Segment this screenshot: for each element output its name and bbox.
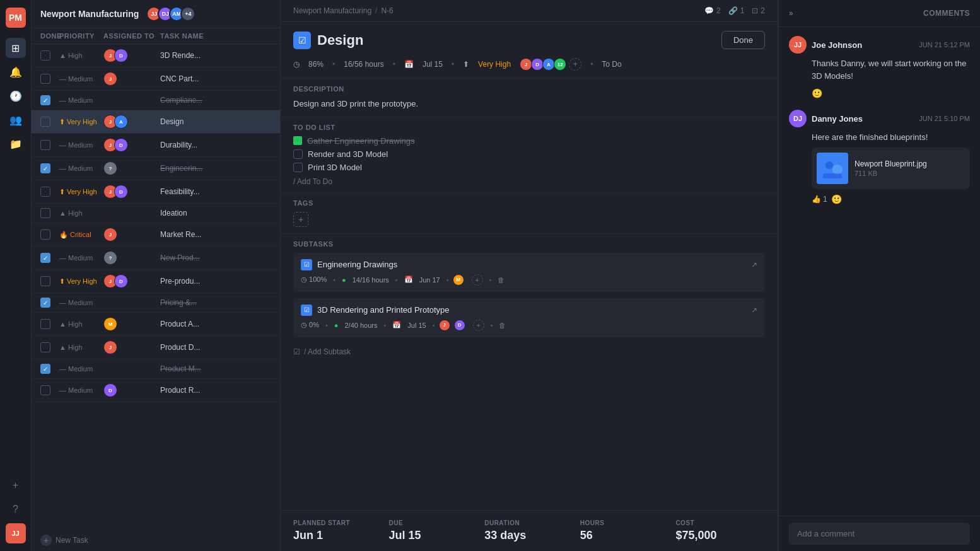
task-checkbox[interactable] (40, 319, 50, 329)
table-row[interactable]: ⬆Very High J D Pre-produ... (32, 270, 280, 293)
breadcrumb: Newport Manufacturing / N-6 (293, 6, 394, 15)
subtask-progress: ◷ 100% (301, 276, 327, 284)
task-name: Design (160, 117, 271, 126)
subtask-name: 3D Rendering and Printed Prototype (317, 305, 746, 315)
stat-due-value: Jul 15 (389, 529, 479, 542)
task-checkbox[interactable] (40, 342, 50, 352)
assignee-avatars: J D (103, 49, 160, 62)
add-reaction-button[interactable]: 🙂 (812, 88, 822, 98)
table-row[interactable]: —Medium Complianc... (32, 91, 280, 110)
calendar-icon-sub: 📅 (404, 276, 413, 284)
table-row[interactable]: —Medium J CNC Part... (32, 67, 280, 91)
left-sidebar: PM ⊞ 🔔 🕐 👥 📁 + ? JJ (0, 0, 32, 551)
table-row[interactable]: —Medium Pricing &... (32, 293, 280, 313)
task-checkbox[interactable] (40, 50, 50, 61)
comment-input[interactable] (789, 523, 970, 545)
avatar: A (114, 115, 128, 129)
table-row[interactable]: ▲High M Product A... (32, 313, 280, 336)
app-logo: PM (6, 8, 26, 28)
table-row[interactable]: ▲High Ideation (32, 204, 280, 223)
table-row[interactable]: ⬆Very High J D Feasibility... (32, 180, 280, 204)
todo-checkbox[interactable] (293, 163, 303, 172)
sidebar-add-project-icon[interactable]: + (6, 475, 26, 496)
add-tag-button[interactable]: + (293, 212, 308, 227)
table-row[interactable]: ▲High J Product D... (32, 336, 280, 359)
add-subtask-label: / Add Subtask (304, 347, 351, 356)
table-row[interactable]: —Medium ? New Prod... (32, 246, 280, 270)
task-checkbox[interactable] (40, 276, 50, 286)
table-row[interactable]: —Medium J D Durability... (32, 134, 280, 157)
calendar-icon-sub2: 📅 (392, 321, 401, 329)
footer-stats: PLANNED START Jun 1 DUE Jul 15 DURATION … (281, 510, 778, 551)
task-checkbox[interactable] (40, 253, 50, 263)
task-checkbox[interactable] (40, 163, 50, 173)
delete-subtask-icon[interactable]: 🗑 (498, 276, 505, 284)
task-list: ▲High J D 3D Rende... —Medium J CNC Part… (32, 44, 280, 530)
task-name: Pre-produ... (160, 277, 271, 286)
col-taskname: TASK NAME (160, 32, 271, 40)
sidebar-projects-icon[interactable]: 📁 (6, 134, 26, 154)
todo-checkbox[interactable] (293, 149, 303, 159)
task-checkbox[interactable] (40, 187, 50, 197)
todo-text: Render and 3D Model (308, 149, 388, 159)
sidebar-recent-icon[interactable]: 🕐 (6, 86, 26, 106)
comment-list: JJ Joe Johnson JUN 21 5:12 PM Thanks Dan… (779, 27, 980, 516)
sidebar-help-icon[interactable]: ? (6, 499, 26, 519)
task-checkbox[interactable] (40, 95, 50, 105)
task-checkbox[interactable] (40, 74, 50, 84)
add-assignee-button[interactable]: + (569, 58, 581, 71)
stat-planned-start: PLANNED START Jun 1 (293, 519, 383, 542)
progress-ring: ◷ (293, 60, 300, 69)
tiny-avatar: J (520, 58, 532, 71)
subtask-link-icon[interactable]: ↗ (751, 260, 757, 269)
task-checkbox[interactable] (40, 385, 50, 395)
sidebar-home-icon[interactable]: ⊞ (6, 38, 26, 58)
comments-count: 2 (716, 6, 721, 15)
stat-planned-start-label: PLANNED START (293, 519, 383, 526)
svg-point-1 (825, 161, 833, 169)
task-checkbox[interactable] (40, 208, 50, 218)
table-row[interactable]: —Medium D Product R... (32, 379, 280, 402)
sidebar-notifications-icon[interactable]: 🔔 (6, 62, 26, 82)
add-task-row[interactable]: + New Task (32, 530, 280, 551)
add-task-label: New Task (55, 536, 88, 545)
sidebar-user-icon[interactable]: JJ (6, 523, 26, 543)
link-icon: 🔗 (728, 6, 738, 15)
priority-badge: ⬆Very High (59, 118, 103, 126)
task-name: Durability... (160, 141, 271, 149)
task-checkbox[interactable] (40, 298, 50, 308)
done-button[interactable]: Done (721, 31, 765, 49)
add-todo-button[interactable]: / Add To Do (293, 176, 765, 186)
hours-done: 16 (344, 60, 352, 69)
table-row[interactable]: ⬆Very High J A Design (32, 110, 280, 134)
add-subtask-button[interactable]: ☑ / Add Subtask (293, 344, 765, 360)
priority-badge: ▲High (59, 52, 103, 59)
priority-badge: ▲High (59, 320, 103, 328)
avatar: D (114, 274, 128, 288)
add-todo-label: / Add To Do (293, 177, 332, 186)
add-reaction-button[interactable]: 🙂 (831, 194, 842, 204)
delete-subtask-icon2[interactable]: 🗑 (499, 322, 506, 329)
svg-rect-3 (823, 173, 842, 178)
table-row[interactable]: ▲High J D 3D Rende... (32, 44, 280, 67)
comment-avatar: DJ (789, 110, 807, 127)
task-name: Product D... (160, 343, 271, 352)
assignee-avatars: J (103, 340, 160, 354)
add-subtask-assignee[interactable]: + (472, 274, 483, 286)
sidebar-team-icon[interactable]: 👥 (6, 110, 26, 130)
breadcrumb-project: Newport Manufacturing (293, 6, 371, 15)
subtask-link-icon[interactable]: ↗ (751, 306, 757, 315)
table-row[interactable]: —Medium Product M... (32, 359, 280, 379)
task-checkbox[interactable] (40, 364, 50, 374)
task-checkbox[interactable] (40, 117, 50, 127)
table-row[interactable]: 🔥Critical J Market Re... (32, 223, 280, 246)
task-checkbox[interactable] (40, 140, 50, 150)
subtask-progress: ◷ 0% (301, 321, 319, 329)
subtask-icon-meta: ⊡ (752, 6, 758, 15)
add-subtask-assignee2[interactable]: + (473, 320, 484, 331)
todo-item: Print 3D Model (293, 163, 765, 172)
project-avatars: JJ DJ AM +4 (146, 6, 195, 21)
table-row[interactable]: —Medium ? Engineerin... (32, 157, 280, 180)
task-checkbox[interactable] (40, 229, 50, 240)
collapse-comments-button[interactable]: » (789, 9, 793, 18)
